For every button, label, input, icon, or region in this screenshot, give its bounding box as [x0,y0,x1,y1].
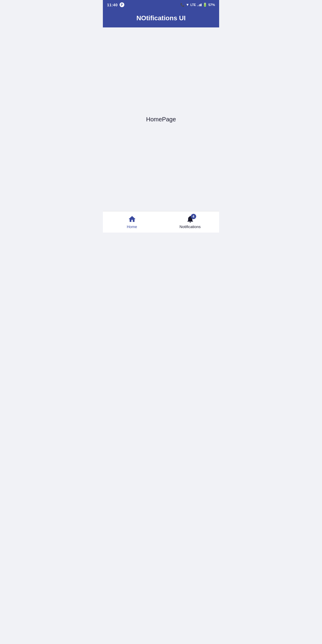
tab-notifications-label: Notifications [179,225,201,229]
battery-percentage: 57% [208,3,215,7]
status-icons: 📞 ▼ LTE 🔋 57% [180,3,215,7]
parking-icon: P [120,2,124,7]
tab-home-label: Home [127,225,137,229]
main-content: HomePage [103,27,219,211]
status-time: 11:40 [107,3,118,7]
signal-bars-icon [197,4,202,6]
home-icon [128,215,136,223]
notification-badge: 4 [191,214,196,219]
tab-home[interactable]: Home [103,211,161,233]
bottom-nav: Home 4 Notifications [103,211,219,233]
tab-notifications[interactable]: 4 Notifications [161,211,219,233]
bell-icon-wrapper: 4 [186,215,194,223]
app-bar: NOtifications UI [103,10,219,27]
status-bar: 11:40 P 📞 ▼ LTE 🔋 57% [103,0,219,10]
lte-label: LTE [191,3,196,7]
wifi-icon: ▼ [186,3,189,7]
phone-lte-icon: 📞 [180,3,185,7]
app-bar-title: NOtifications UI [136,14,185,22]
homepage-label: HomePage [146,116,176,123]
battery-icon: 🔋 [203,3,207,7]
